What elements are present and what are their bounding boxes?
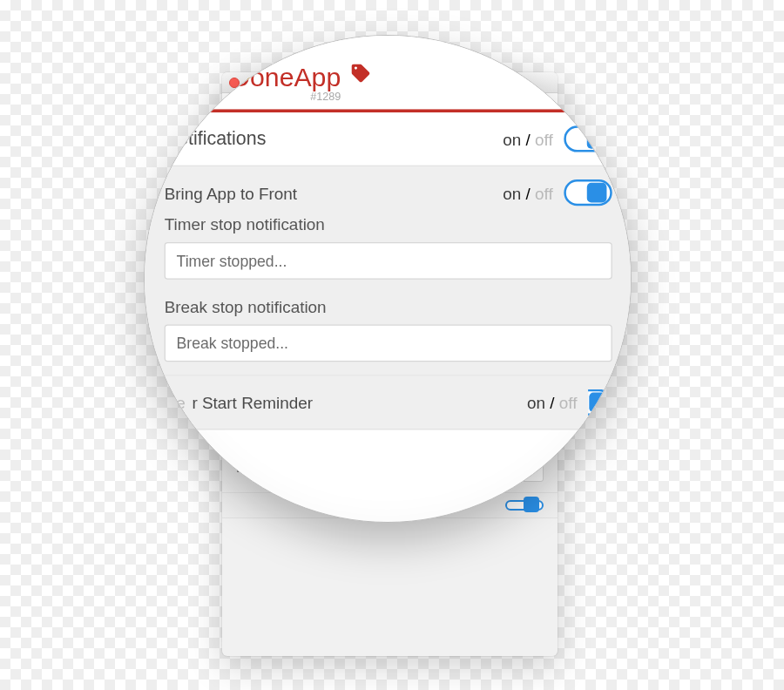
start-reminder-toggle[interactable]	[588, 389, 612, 416]
menu-icon[interactable]	[595, 64, 615, 85]
timer-stop-label: Timer stop notification	[165, 214, 612, 233]
bring-front-toggle[interactable]	[564, 179, 612, 206]
magnifier-lens: PomoDoneApp #1289 Notifications on / off	[144, 35, 632, 523]
break-stop-input[interactable]	[165, 324, 612, 362]
reminder-section: Rer Start Reminder on / off	[145, 376, 632, 430]
tag-icon	[349, 62, 371, 88]
peek-toggle[interactable]	[505, 500, 544, 511]
app-header-zoom: PomoDoneApp #1289	[145, 36, 632, 112]
notifications-label: Notifications	[165, 128, 267, 150]
timer-stop-input[interactable]	[165, 242, 612, 280]
bring-front-section: Bring App to Front on / off Timer stop n…	[145, 166, 632, 376]
notifications-section: Notifications on / off	[145, 112, 632, 166]
notifications-toggle[interactable]	[564, 125, 612, 152]
add-button[interactable]	[562, 62, 582, 86]
break-stop-label: Break stop notification	[165, 297, 612, 315]
brand-name: PomoDoneApp	[162, 62, 341, 92]
bring-front-label: Bring App to Front	[165, 183, 297, 201]
